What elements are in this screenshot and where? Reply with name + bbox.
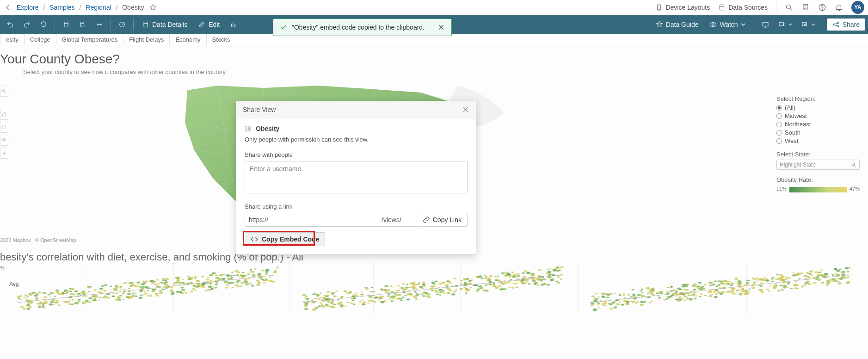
svg-point-1264	[802, 285, 806, 287]
redo-button[interactable]	[19, 18, 34, 31]
svg-point-647	[549, 268, 551, 269]
viz-icon[interactable]	[226, 18, 241, 31]
svg-point-602	[307, 303, 309, 305]
data-guide-button[interactable]: Data Guide	[651, 18, 703, 31]
svg-point-365	[78, 300, 80, 302]
svg-point-1058	[751, 278, 754, 279]
region-midwest-label: Midwest	[785, 112, 807, 119]
user-avatar[interactable]: YA	[851, 1, 864, 14]
svg-point-347	[91, 300, 94, 301]
present-icon[interactable]	[758, 18, 773, 31]
svg-point-835	[493, 283, 495, 285]
tab-obesity[interactable]: esity	[0, 34, 25, 45]
save-icon[interactable]	[59, 18, 74, 31]
svg-point-10	[101, 24, 102, 25]
download-icon[interactable]	[775, 18, 796, 31]
region-option-south[interactable]: South	[776, 129, 860, 136]
svg-point-1214	[804, 275, 806, 277]
svg-point-353	[90, 286, 92, 288]
region-west-label: West	[785, 137, 798, 144]
tab-global-temperatures[interactable]: Global Temperatures	[56, 34, 123, 45]
svg-point-741	[475, 291, 478, 292]
region-option-west[interactable]: West	[776, 137, 860, 144]
watch-button[interactable]: Watch	[705, 18, 750, 31]
svg-point-829	[421, 294, 423, 296]
device-layouts-button[interactable]: Device Layouts	[655, 4, 710, 11]
performance-icon[interactable]	[115, 18, 129, 31]
tab-flight-delays[interactable]: Flight Delays	[123, 34, 170, 45]
dialog-close-icon[interactable]	[462, 106, 469, 113]
map-home-icon[interactable]	[0, 109, 8, 120]
toast-close-icon[interactable]	[437, 24, 445, 31]
svg-point-131	[179, 291, 183, 293]
svg-point-1104	[694, 298, 697, 299]
breadcrumb-explore[interactable]: Explore	[17, 4, 38, 11]
svg-point-1235	[641, 292, 643, 294]
svg-point-125	[127, 293, 131, 295]
svg-point-350	[85, 296, 87, 297]
replay-button[interactable]	[36, 18, 51, 31]
scatter-viz[interactable]: % Avg Avg Avg	[0, 263, 868, 314]
data-sources-button[interactable]: Data Sources	[718, 4, 768, 11]
svg-point-920	[683, 289, 685, 290]
svg-point-235	[123, 289, 126, 291]
region-filter-label: Select Region:	[776, 95, 860, 102]
svg-point-411	[118, 299, 122, 301]
state-highlighter[interactable]: Highlight State	[776, 160, 860, 170]
notes-icon[interactable]	[801, 3, 810, 12]
rate-max: 47%	[850, 186, 860, 192]
region-option-all[interactable]: (All)	[776, 104, 860, 111]
svg-point-112	[88, 291, 91, 292]
favorite-star-icon[interactable]	[149, 3, 157, 12]
save-as-icon[interactable]	[75, 18, 90, 31]
data-details-button[interactable]: Data Details	[137, 18, 192, 31]
breadcrumb-samples[interactable]: Samples	[49, 4, 74, 11]
back-button[interactable]	[4, 3, 13, 12]
svg-point-219	[123, 282, 127, 284]
undo-button[interactable]	[3, 18, 18, 31]
svg-point-194	[269, 276, 271, 278]
help-icon[interactable]	[818, 3, 826, 12]
svg-point-899	[820, 269, 823, 271]
svg-point-727	[361, 292, 363, 293]
filter-panel: Select Region: (All) Midwest Northeast S…	[776, 95, 860, 192]
svg-point-309	[77, 293, 80, 295]
svg-point-248	[82, 296, 84, 297]
svg-point-1008	[667, 287, 669, 289]
share-link-input[interactable]	[245, 213, 417, 227]
edit-button[interactable]: Edit	[194, 18, 224, 31]
svg-point-663	[421, 288, 424, 289]
svg-point-712	[426, 296, 430, 297]
export-icon[interactable]	[798, 18, 819, 31]
svg-point-1066	[818, 272, 821, 273]
share-button[interactable]: Share	[827, 19, 865, 31]
svg-point-1080	[608, 303, 612, 304]
share-people-input[interactable]	[245, 161, 468, 193]
svg-point-1156	[849, 267, 851, 268]
map-pan-icon[interactable]	[0, 148, 8, 159]
breadcrumb-regional[interactable]: Regional	[86, 4, 111, 11]
svg-point-304	[226, 284, 229, 285]
region-option-northeast[interactable]: Northeast	[776, 121, 860, 128]
bell-icon[interactable]	[835, 3, 843, 12]
map-lasso-icon[interactable]	[0, 135, 8, 146]
copy-link-button[interactable]: Copy Link	[417, 213, 468, 227]
svg-point-1250	[666, 296, 668, 297]
search-icon[interactable]	[785, 3, 793, 12]
map-search-icon[interactable]	[0, 86, 8, 97]
map-rect-select-icon[interactable]	[0, 122, 8, 133]
tab-college[interactable]: College	[25, 34, 56, 45]
svg-point-797	[437, 293, 440, 295]
copy-embed-code-button[interactable]: Copy Embed Code	[245, 232, 325, 246]
svg-point-269	[215, 274, 218, 276]
region-option-midwest[interactable]: Midwest	[776, 112, 860, 119]
svg-point-465	[397, 285, 400, 286]
connect-icon[interactable]	[92, 18, 107, 31]
svg-point-624	[406, 298, 410, 300]
tab-economy[interactable]: Economy	[170, 34, 206, 45]
tab-stocks[interactable]: Stocks	[207, 34, 236, 45]
svg-point-762	[330, 302, 333, 304]
svg-point-861	[517, 274, 520, 276]
svg-point-34	[208, 286, 212, 288]
svg-point-921	[681, 298, 683, 299]
